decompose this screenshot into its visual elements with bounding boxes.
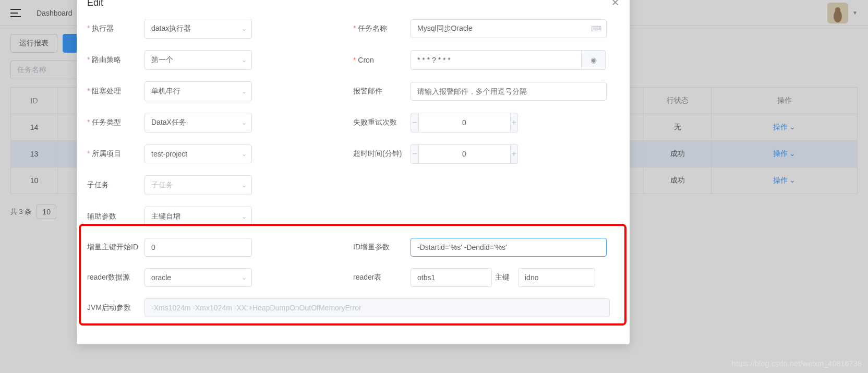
label-reader-table: reader表 xyxy=(353,273,411,282)
label-executor: 执行器 xyxy=(87,24,144,33)
id-param-input[interactable] xyxy=(411,238,607,257)
block-select[interactable]: 单机串行 xyxy=(144,81,252,101)
keyboard-icon: ⌨ xyxy=(591,25,601,33)
modal-title: Edit xyxy=(87,0,103,8)
label-task-type: 任务类型 xyxy=(87,118,144,127)
cron-input[interactable] xyxy=(411,50,582,70)
decrement-button[interactable]: − xyxy=(411,144,419,164)
start-id-input[interactable] xyxy=(144,238,252,257)
label-pk: 主键 xyxy=(492,273,518,282)
jvm-input[interactable] xyxy=(144,298,610,317)
edit-modal: Edit ✕ 执行器 datax执行器⌄ 任务名称 ⌨ 路由策略 第一个⌄ Cr… xyxy=(77,0,630,344)
timeout-input[interactable] xyxy=(419,144,510,164)
increment-button[interactable]: + xyxy=(510,144,519,164)
label-task-name: 任务名称 xyxy=(353,24,411,33)
label-id-param: ID增量参数 xyxy=(353,243,411,252)
task-name-input[interactable] xyxy=(411,19,607,38)
label-reader-ds: reader数据源 xyxy=(87,273,144,282)
task-type-select[interactable]: DataX任务 xyxy=(144,113,252,133)
label-start-id: 增量主键开始ID xyxy=(87,243,144,252)
label-aux-param: 辅助参数 xyxy=(87,212,144,221)
retry-input[interactable] xyxy=(419,113,510,133)
label-project: 所属项目 xyxy=(87,149,144,159)
project-select[interactable]: test-project xyxy=(144,145,252,163)
alarm-email-input[interactable] xyxy=(411,82,607,101)
retry-stepper[interactable]: − + xyxy=(411,113,518,133)
eye-icon: ◉ xyxy=(590,56,597,64)
subtask-select[interactable]: 子任务 xyxy=(144,175,252,195)
reader-ds-select[interactable]: oracle xyxy=(144,268,252,287)
label-alarm-email: 报警邮件 xyxy=(353,87,411,96)
increment-button[interactable]: + xyxy=(510,113,519,133)
label-retry: 失败重试次数 xyxy=(353,118,411,127)
label-route: 路由策略 xyxy=(87,55,144,65)
watermark: https://blog.csdn.net/weixin_40816738 xyxy=(732,359,862,368)
route-select[interactable]: 第一个 xyxy=(144,50,252,70)
decrement-button[interactable]: − xyxy=(411,113,419,133)
cron-preview-button[interactable]: ◉ xyxy=(582,50,606,70)
label-timeout: 超时时间(分钟) xyxy=(353,149,411,159)
reader-table-input[interactable] xyxy=(411,268,492,287)
pk-input[interactable] xyxy=(518,268,595,287)
aux-param-select[interactable]: 主键自增 xyxy=(144,207,252,226)
label-cron: Cron xyxy=(353,56,411,64)
label-subtask: 子任务 xyxy=(87,181,144,190)
close-icon[interactable]: ✕ xyxy=(611,0,619,8)
executor-select[interactable]: datax执行器 xyxy=(144,19,252,39)
label-block: 阻塞处理 xyxy=(87,87,144,96)
label-jvm: JVM启动参数 xyxy=(87,303,144,312)
timeout-stepper[interactable]: − + xyxy=(411,144,518,164)
